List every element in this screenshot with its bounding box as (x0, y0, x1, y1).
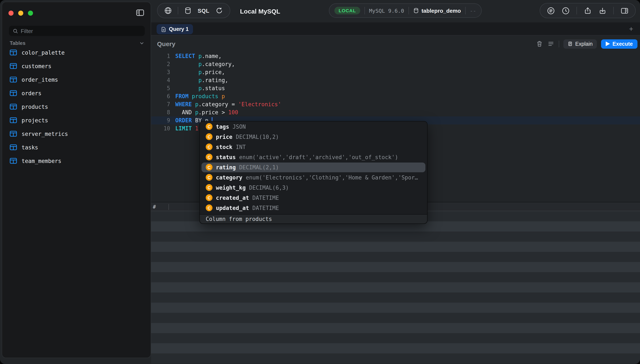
line-number: 3 (151, 68, 170, 76)
autocomplete-item-updated_at[interactable]: Cupdated_atDATETIME (200, 203, 427, 213)
import-icon[interactable] (598, 6, 606, 14)
autocomplete-item-created_at[interactable]: Ccreated_atDATETIME (200, 192, 427, 203)
autocomplete-item-category[interactable]: Ccategoryenum('Electronics','Clothing','… (200, 172, 427, 182)
table-icon (10, 131, 17, 137)
autocomplete-item-weight_kg[interactable]: Cweight_kgDECIMAL(6,3) (200, 182, 427, 192)
table-name: orders (22, 90, 42, 96)
autocomplete-item-status[interactable]: Cstatusenum('active','draft','archived',… (200, 152, 427, 162)
code-line-4[interactable]: 4 p.rating, (151, 76, 640, 84)
globe-icon[interactable] (164, 7, 172, 14)
divider (364, 7, 365, 14)
minimize-window-button[interactable] (18, 10, 23, 16)
table-name: order_items (22, 76, 58, 83)
line-number: 2 (151, 60, 170, 68)
explain-doc-icon (568, 41, 573, 46)
app-window: SQL Local MySQL LOCAL MySQL 9.6.0 tablep… (0, 0, 640, 364)
refresh-icon[interactable] (215, 7, 223, 14)
table-name: tasks (22, 144, 38, 150)
table-icon (10, 104, 17, 110)
code-line-7[interactable]: 7WHERE p.category = 'Electronics' (151, 100, 640, 108)
column-badge-icon: C (206, 133, 212, 140)
code-line-3[interactable]: 3 p.price, (151, 68, 640, 76)
queries-menu-icon[interactable] (547, 6, 555, 14)
table-name: customers (22, 63, 52, 69)
column-badge-icon: C (206, 184, 212, 191)
execute-button[interactable]: Execute (601, 39, 638, 48)
table-filter-input[interactable]: Filter (9, 26, 145, 36)
autocomplete-popup: CtagsJSONCpriceDECIMAL(10,2)CstockINTCst… (199, 121, 428, 224)
column-name: created_at (216, 194, 249, 201)
code-text: FROM products p (175, 92, 225, 100)
toolbar-actions-group (540, 3, 636, 18)
code-line-2[interactable]: 2 p.category, (151, 60, 640, 68)
history-icon[interactable] (562, 6, 570, 14)
tab-bar: Query 1 + (151, 22, 640, 36)
column-name: tags (216, 124, 229, 130)
search-icon (13, 28, 18, 34)
table-icon (10, 63, 17, 69)
line-number: 7 (151, 100, 170, 108)
code-text: AND p.price > 100 (175, 108, 238, 116)
delete-query-icon[interactable] (536, 40, 543, 48)
column-badge-icon: C (206, 174, 212, 181)
connection-info-group[interactable]: LOCAL MySQL 9.6.0 tablepro_demo -- (329, 4, 482, 18)
database-name: tablepro_demo (422, 8, 461, 14)
code-line-5[interactable]: 5 p.status (151, 84, 640, 92)
database-icon[interactable] (184, 7, 192, 14)
result-row-empty (151, 282, 640, 292)
close-window-button[interactable] (8, 10, 14, 16)
connection-type-group: SQL (157, 3, 230, 18)
format-query-icon[interactable] (547, 40, 554, 48)
sidebar-table-team_members[interactable]: team_members (2, 154, 151, 168)
document-icon (161, 26, 166, 32)
sidebar-table-orders[interactable]: orders (2, 86, 151, 100)
tables-list: color_palettecustomersorder_itemsordersp… (2, 46, 151, 168)
code-line-6[interactable]: 6FROM products p (151, 92, 640, 100)
results-grid[interactable] (151, 211, 640, 364)
line-number: 4 (151, 76, 170, 84)
autocomplete-item-tags[interactable]: CtagsJSON (200, 122, 427, 132)
code-line-1[interactable]: 1SELECT p.name, (151, 52, 640, 60)
column-separator[interactable] (168, 204, 169, 210)
result-row-empty (151, 343, 640, 354)
sidebar-table-server_metrics[interactable]: server_metrics (2, 127, 151, 140)
explain-button[interactable]: Explain (564, 39, 597, 48)
line-number: 1 (151, 52, 170, 60)
zoom-window-button[interactable] (28, 10, 33, 16)
result-row-empty (151, 292, 640, 303)
row-number-column-header[interactable]: # (153, 202, 156, 212)
code-line-8[interactable]: 8 AND p.price > 100 (151, 108, 640, 116)
column-type: INT (236, 144, 246, 150)
table-icon (10, 144, 17, 150)
column-name: updated_at (216, 205, 249, 211)
code-text: p.status (175, 84, 225, 92)
column-name: weight_kg (216, 184, 246, 191)
sidebar-table-tasks[interactable]: tasks (2, 140, 151, 154)
sidebar-table-order_items[interactable]: order_items (2, 73, 151, 86)
current-database[interactable]: tablepro_demo (413, 8, 461, 14)
export-icon[interactable] (584, 6, 592, 14)
table-icon (10, 90, 17, 96)
autocomplete-item-price[interactable]: CpriceDECIMAL(10,2) (200, 132, 427, 142)
sidebar-table-products[interactable]: products (2, 100, 151, 114)
table-icon (10, 50, 17, 56)
line-number: 6 (151, 92, 170, 100)
column-type: enum('active','draft','archived','out_of… (239, 154, 398, 160)
column-type: DATETIME (252, 205, 279, 211)
table-name: products (22, 104, 48, 110)
sidebar-table-projects[interactable]: projects (2, 114, 151, 127)
sql-mode-label[interactable]: SQL (198, 8, 209, 14)
column-name: price (216, 134, 232, 140)
tab-query-1[interactable]: Query 1 (156, 24, 193, 34)
add-tab-button[interactable]: + (629, 22, 633, 36)
sidebar-table-color_palette[interactable]: color_palette (2, 46, 151, 59)
right-panel-icon[interactable] (620, 6, 628, 14)
autocomplete-item-partial[interactable]: C (200, 213, 427, 214)
table-name: team_members (22, 158, 62, 164)
sidebar-table-customers[interactable]: customers (2, 59, 151, 73)
divider (408, 7, 409, 14)
divider (613, 7, 614, 14)
autocomplete-item-stock[interactable]: CstockINT (200, 142, 427, 152)
autocomplete-item-rating[interactable]: CratingDECIMAL(2,1) (200, 162, 427, 172)
sidebar-toggle-icon[interactable] (136, 8, 144, 17)
